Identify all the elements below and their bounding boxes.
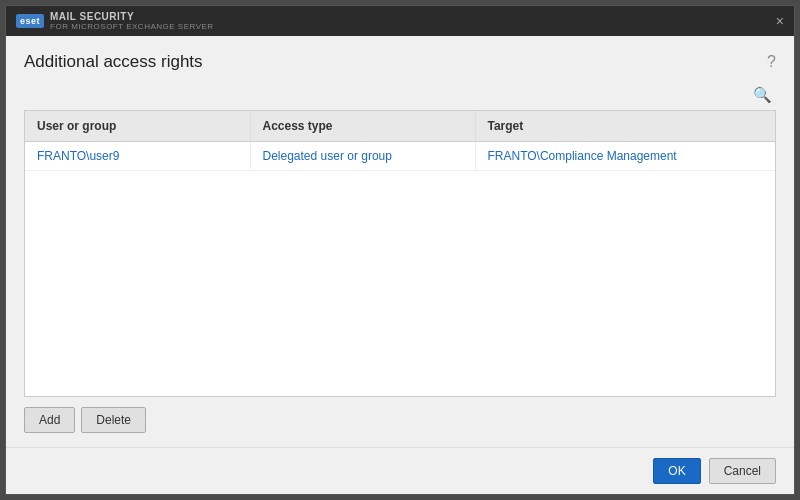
col-header-user-group: User or group [25, 111, 250, 142]
titlebar: eset MAIL SECURITY FOR MICROSOFT EXCHANG… [6, 6, 794, 36]
eset-logo-icon: eset [16, 14, 44, 28]
access-rights-table: User or group Access type Target FRANTO\… [25, 111, 775, 171]
delete-button[interactable]: Delete [81, 407, 146, 433]
cell-user-group: FRANTO\user9 [25, 142, 250, 171]
dialog-body: Additional access rights ? 🔍 User or gro… [6, 36, 794, 447]
col-header-target: Target [475, 111, 775, 142]
ok-button[interactable]: OK [653, 458, 700, 484]
cell-access-type: Delegated user or group [250, 142, 475, 171]
cancel-button[interactable]: Cancel [709, 458, 776, 484]
close-button[interactable]: × [776, 14, 784, 28]
titlebar-product-info: MAIL SECURITY FOR MICROSOFT EXCHANGE SER… [50, 11, 214, 31]
titlebar-logo: eset MAIL SECURITY FOR MICROSOFT EXCHANG… [16, 11, 214, 31]
help-icon[interactable]: ? [767, 53, 776, 71]
table-action-buttons: Add Delete [24, 407, 776, 433]
dialog-title-row: Additional access rights ? [24, 52, 776, 72]
dialog-title: Additional access rights [24, 52, 203, 72]
titlebar-product-name: MAIL SECURITY [50, 11, 214, 22]
table-container: User or group Access type Target FRANTO\… [24, 110, 776, 397]
col-header-access-type: Access type [250, 111, 475, 142]
dialog-footer: OK Cancel [6, 447, 794, 494]
add-button[interactable]: Add [24, 407, 75, 433]
dialog: eset MAIL SECURITY FOR MICROSOFT EXCHANG… [5, 5, 795, 495]
table-row[interactable]: FRANTO\user9 Delegated user or group FRA… [25, 142, 775, 171]
search-row: 🔍 [24, 84, 776, 106]
cell-target: FRANTO\Compliance Management [475, 142, 775, 171]
table-header-row: User or group Access type Target [25, 111, 775, 142]
titlebar-product-subtitle: FOR MICROSOFT EXCHANGE SERVER [50, 22, 214, 31]
search-button[interactable]: 🔍 [749, 84, 776, 106]
